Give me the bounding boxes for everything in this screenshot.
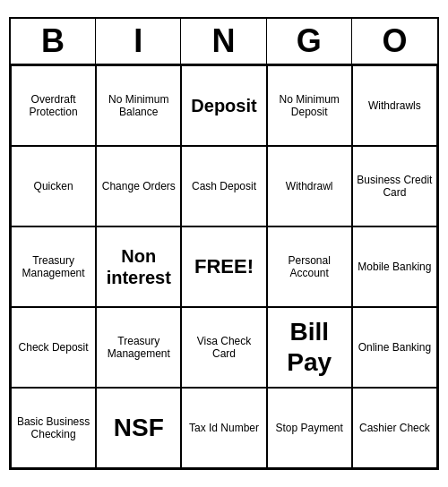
bingo-cell-4: Withdrawls — [352, 65, 437, 146]
bingo-cell-16: Treasury Management — [96, 307, 181, 388]
bingo-cell-17: Visa Check Card — [181, 307, 266, 388]
bingo-cell-0: Overdraft Protection — [11, 65, 96, 146]
bingo-cell-14: Mobile Banking — [352, 226, 437, 307]
bingo-cell-1: No Minimum Balance — [96, 65, 181, 146]
bingo-grid: Overdraft ProtectionNo Minimum BalanceDe… — [11, 65, 437, 468]
bingo-cell-8: Withdrawl — [267, 146, 352, 226]
bingo-card: BINGO Overdraft ProtectionNo Minimum Bal… — [9, 17, 439, 470]
bingo-cell-24: Cashier Check — [352, 388, 437, 468]
bingo-cell-7: Cash Deposit — [181, 146, 266, 226]
bingo-cell-3: No Minimum Deposit — [267, 65, 352, 146]
bingo-cell-18: Bill Pay — [267, 307, 352, 388]
bingo-cell-10: Treasury Management — [11, 226, 96, 307]
bingo-cell-19: Online Banking — [352, 307, 437, 388]
header-letter-o: O — [352, 19, 437, 64]
bingo-cell-2: Deposit — [181, 65, 266, 146]
bingo-cell-5: Quicken — [11, 146, 96, 226]
bingo-cell-9: Business Credit Card — [352, 146, 437, 226]
bingo-cell-12: FREE! — [181, 226, 266, 307]
header-letter-i: I — [96, 19, 181, 64]
bingo-cell-6: Change Orders — [96, 146, 181, 226]
bingo-cell-21: NSF — [96, 388, 181, 468]
header-letter-n: N — [181, 19, 266, 64]
bingo-cell-15: Check Deposit — [11, 307, 96, 388]
header-letter-g: G — [267, 19, 352, 64]
bingo-cell-11: Non interest — [96, 226, 181, 307]
header-letter-b: B — [11, 19, 96, 64]
bingo-cell-23: Stop Payment — [267, 388, 352, 468]
bingo-header: BINGO — [11, 19, 437, 65]
bingo-cell-22: Tax Id Number — [181, 388, 266, 468]
bingo-cell-13: Personal Account — [267, 226, 352, 307]
bingo-cell-20: Basic Business Checking — [11, 388, 96, 468]
